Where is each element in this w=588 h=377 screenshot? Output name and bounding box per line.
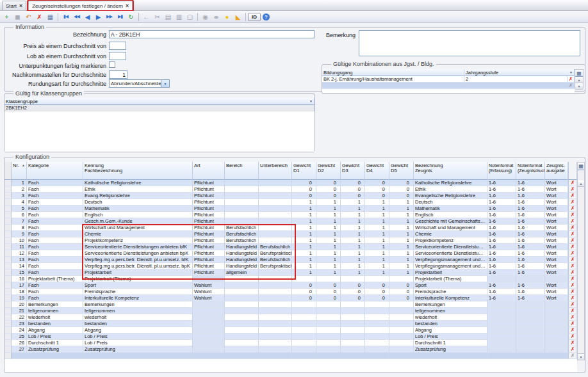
table-row[interactable]: 22wiederholtwiederholtwiederholt✗ <box>4 314 577 321</box>
cell-art[interactable]: Pflichtunt <box>193 205 225 212</box>
cell-g5[interactable] <box>389 308 414 314</box>
cell-g4[interactable]: 1 <box>365 263 389 269</box>
cell-g3[interactable] <box>341 301 365 308</box>
cell-g2[interactable]: 1 <box>316 212 341 218</box>
column-header-fach[interactable]: KennungFachbezeichnung <box>83 162 193 180</box>
cell-g1[interactable] <box>292 276 316 282</box>
cell-g4[interactable]: 1 <box>365 250 389 257</box>
cell-bereich[interactable] <box>225 193 259 199</box>
cell-g3[interactable]: 0 <box>341 186 365 193</box>
cell-g3[interactable]: 1 <box>341 244 365 250</box>
cell-unterbereich[interactable] <box>259 333 292 340</box>
form-view-icon[interactable]: ▦ <box>45 12 56 22</box>
cell-ausgabe[interactable] <box>545 321 568 327</box>
cell-g4[interactable]: 1 <box>365 237 389 244</box>
cell-kategorie[interactable]: Fach <box>27 269 83 276</box>
cell-bereich[interactable]: Berufsfachlich <box>225 231 259 237</box>
cell-unterbereich[interactable] <box>259 327 292 333</box>
cell-bereich[interactable] <box>225 186 259 193</box>
delete-row-button[interactable]: ✗ <box>568 314 577 321</box>
cell-bereich[interactable] <box>225 327 259 333</box>
cell-nf_erf[interactable]: 1-6 <box>487 269 516 276</box>
cell-nf_druck[interactable]: 1-6 <box>516 193 545 199</box>
cell-nr[interactable]: 5 <box>12 205 27 212</box>
cell-unterbereich[interactable] <box>259 301 292 308</box>
cell-g1[interactable]: 1 <box>292 244 316 250</box>
grid-settings-button[interactable]: ▦ <box>578 163 584 170</box>
cell-nr[interactable]: 17 <box>12 282 27 289</box>
cell-ausgabe[interactable] <box>545 301 568 308</box>
cell-art[interactable]: Pflichtunt <box>193 231 225 237</box>
cell-g5[interactable]: 1 <box>389 250 414 257</box>
cell-g2[interactable]: 0 <box>316 186 341 193</box>
cell-g1[interactable]: 0 <box>292 180 316 186</box>
cell-kategorie[interactable]: Fach <box>27 180 83 186</box>
cell-fach[interactable]: Wirtschaft und Management <box>83 225 193 231</box>
cell-bereich[interactable] <box>225 205 259 212</box>
delete-row-button[interactable]: ✗ <box>568 282 577 289</box>
cell-bez[interactable] <box>414 353 487 359</box>
cell-art[interactable]: Pflichtunt <box>193 263 225 269</box>
cell-fach[interactable]: Fremdsprache <box>83 289 193 295</box>
cell-fach[interactable]: Projektkompetenz <box>83 237 193 244</box>
cell-nf_erf[interactable]: 1-6 <box>487 231 516 237</box>
cell-kategorie[interactable]: Fach <box>27 205 83 212</box>
table-row[interactable]: 24AbgangAbgangAbgang✗ <box>4 327 577 333</box>
cell-unterbereich[interactable]: Berufsfachlich <box>259 244 292 250</box>
cell-bez[interactable]: teilgenommen <box>414 308 487 314</box>
cell-g4[interactable] <box>365 353 389 359</box>
tab-close-icon[interactable]: × <box>19 3 22 9</box>
row-handle[interactable] <box>4 282 12 289</box>
cell-bereich[interactable] <box>225 282 259 289</box>
cut-icon[interactable]: ✂ <box>152 12 163 22</box>
table-row[interactable]: 12FachServiceorientierte Dienstleistunge… <box>4 250 577 257</box>
cell-nr[interactable]: 1 <box>12 180 27 186</box>
cell-fach[interactable]: Bemerkungen <box>83 301 193 308</box>
cell-nf_druck[interactable]: 1-6 <box>516 244 545 250</box>
cell-nf_erf[interactable]: 1-6 <box>487 218 516 225</box>
delete-row-button[interactable]: ✗ <box>568 321 577 327</box>
cell-g5[interactable] <box>389 301 414 308</box>
cell-fach[interactable]: Lob / Preis <box>83 340 193 346</box>
row-handle[interactable] <box>4 250 12 257</box>
cell-g2[interactable]: 1 <box>316 199 341 205</box>
column-header-bildungsgang[interactable]: Bildungsgang <box>322 69 464 76</box>
column-header-g1[interactable]: GewichtD1 <box>292 162 316 180</box>
cell-nf_druck[interactable]: 1-6 <box>516 269 545 276</box>
cell-g5[interactable]: 0 <box>389 186 414 193</box>
cell-nr[interactable]: 14 <box>12 263 27 269</box>
cell-bereich[interactable] <box>225 218 259 225</box>
cell-ausgabe[interactable] <box>545 340 568 346</box>
delete-row-button[interactable]: ✗ <box>568 212 577 218</box>
row-handle[interactable] <box>4 289 12 295</box>
cell-unterbereich[interactable]: Berufsfachlich <box>259 257 292 263</box>
cell-unterbereich[interactable] <box>259 282 292 289</box>
cell-g2[interactable]: 0 <box>316 282 341 289</box>
cell-bez[interactable]: Lob / Preis <box>414 333 487 340</box>
table-row[interactable]: 26Durchschnitt 1Lob / PreisDurchschnitt … <box>4 340 577 346</box>
cell-nr[interactable]: 11 <box>12 244 27 250</box>
cell-unterbereich[interactable] <box>259 231 292 237</box>
cell-bez[interactable]: Englisch <box>414 212 487 218</box>
cell-g4[interactable]: 1 <box>365 205 389 212</box>
cell-bereich[interactable]: Handlungsfeld <box>225 263 259 269</box>
cell-ausgabe[interactable]: Wort <box>545 257 568 263</box>
cell-g2[interactable] <box>316 321 341 327</box>
cell-bildungsgang[interactable]: BK 2-j. Ernährung/Haushaltsmanagement <box>322 76 464 83</box>
cell-g4[interactable]: 1 <box>365 199 389 205</box>
cell-unterbereich[interactable] <box>259 205 292 212</box>
delete-row-button[interactable]: ✗ <box>568 353 577 359</box>
cell-g3[interactable]: 0 <box>341 289 365 295</box>
table-row[interactable]: 21teilgenommenteilgenommenteilgenommen✗ <box>4 308 577 314</box>
klassengruppe-row[interactable]: 2BK1EH2 <box>4 105 314 111</box>
cell-bez[interactable]: wiederholt <box>414 314 487 321</box>
cell-fach[interactable] <box>83 353 193 359</box>
cell-nr[interactable]: 19 <box>12 295 27 301</box>
row-handle[interactable] <box>4 276 12 282</box>
cell-g1[interactable] <box>292 353 316 359</box>
column-header-bez[interactable]: BezeichnungZeugnis <box>414 162 487 180</box>
row-handle[interactable] <box>4 193 12 199</box>
cell-g1[interactable]: 0 <box>292 289 316 295</box>
cell-kategorie[interactable]: Projektarbeit (Thema) <box>27 276 83 282</box>
cell-bez[interactable]: Durchschnitt 1 <box>414 340 487 346</box>
